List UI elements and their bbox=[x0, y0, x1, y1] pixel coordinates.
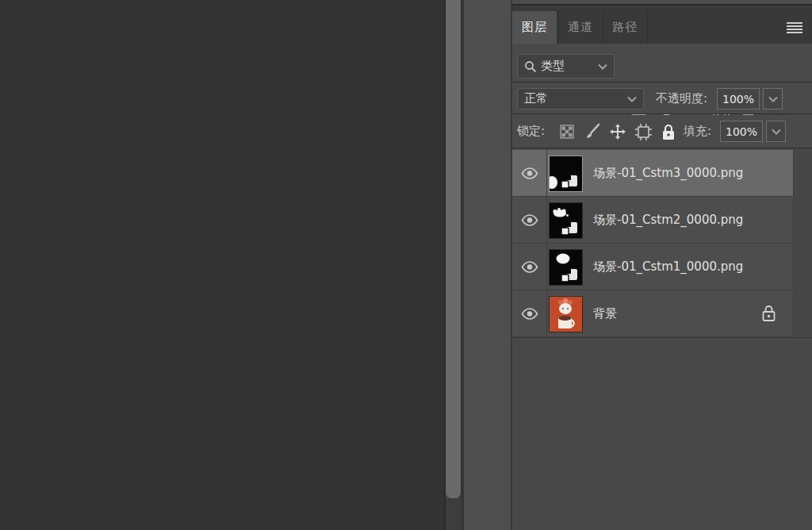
visibility-eye-icon[interactable] bbox=[519, 304, 541, 323]
filter-kind-select[interactable]: 类型 bbox=[517, 54, 615, 79]
chevron-down-icon bbox=[627, 96, 637, 102]
layers-list: 场景-01_Cstm3_0000.png bbox=[512, 148, 812, 337]
tab-channels[interactable]: 通道 bbox=[557, 11, 603, 44]
layer-thumbnail[interactable] bbox=[549, 249, 583, 286]
lock-artboard-icon[interactable] bbox=[634, 122, 653, 141]
chevron-down-icon bbox=[768, 96, 778, 102]
tab-layers[interactable]: 图层 bbox=[512, 11, 557, 44]
tab-paths[interactable]: 路径 bbox=[603, 11, 648, 44]
lock-all-icon[interactable] bbox=[659, 122, 678, 141]
blend-mode-select[interactable]: 正常 bbox=[517, 88, 644, 109]
lock-label: 锁定: bbox=[517, 124, 545, 139]
layer-name[interactable]: 场景-01_Cstm1_0000.png bbox=[593, 244, 743, 290]
blend-row: 正常 不透明度: 100% bbox=[512, 83, 812, 114]
opacity-dropdown-button[interactable] bbox=[763, 88, 783, 109]
layer-row-cstm3[interactable]: 场景-01_Cstm3_0000.png bbox=[512, 150, 793, 197]
filter-row: 类型 T bbox=[512, 44, 812, 83]
lock-transparency-icon[interactable] bbox=[557, 122, 576, 141]
panel-menu-icon[interactable] bbox=[787, 22, 802, 33]
eye-column-divider bbox=[546, 197, 547, 243]
eye-column-divider bbox=[546, 150, 547, 196]
chevron-down-icon bbox=[598, 63, 607, 70]
panel-tabbar: 图层 通道 路径 bbox=[512, 6, 812, 44]
visibility-eye-icon[interactable] bbox=[519, 257, 541, 276]
opacity-value-field[interactable]: 100% bbox=[717, 88, 760, 109]
lock-row: 锁定: bbox=[512, 115, 812, 148]
fill-value-field[interactable]: 100% bbox=[720, 121, 763, 142]
lock-pixels-brush-icon[interactable] bbox=[583, 122, 602, 141]
layer-thumbnail[interactable] bbox=[549, 156, 583, 192]
background-lock-icon bbox=[761, 305, 777, 322]
chevron-down-icon bbox=[772, 129, 781, 135]
document-canvas[interactable] bbox=[0, 0, 444, 530]
search-icon bbox=[524, 60, 537, 73]
layers-panel: 图层 通道 路径 类型 bbox=[512, 0, 812, 530]
blend-mode-value: 正常 bbox=[524, 91, 548, 106]
layer-name[interactable]: 背景 bbox=[593, 290, 617, 336]
layers-panel-empty-area bbox=[512, 337, 812, 530]
layer-thumbnail[interactable] bbox=[549, 202, 583, 239]
visibility-eye-icon[interactable] bbox=[519, 210, 541, 229]
eye-column-divider bbox=[546, 290, 547, 336]
eye-column-divider bbox=[546, 244, 547, 290]
fill-dropdown-button[interactable] bbox=[766, 121, 786, 142]
layer-name[interactable]: 场景-01_Cstm2_0000.png bbox=[593, 197, 743, 243]
vertical-scrollbar-track[interactable] bbox=[446, 0, 462, 530]
vertical-scrollbar-thumb[interactable] bbox=[446, 0, 462, 498]
visibility-eye-icon[interactable] bbox=[519, 163, 541, 182]
filter-kind-label: 类型 bbox=[541, 59, 565, 74]
layer-thumbnail[interactable] bbox=[549, 296, 583, 332]
layer-row-cstm1[interactable]: 场景-01_Cstm1_0000.png bbox=[512, 244, 793, 290]
layer-row-background[interactable]: 背景 bbox=[512, 290, 793, 337]
layer-name[interactable]: 场景-01_Cstm3_0000.png bbox=[593, 150, 743, 196]
application-background bbox=[462, 0, 511, 530]
opacity-label: 不透明度: bbox=[656, 91, 707, 106]
fill-label: 填充: bbox=[684, 124, 711, 139]
layer-row-cstm2[interactable]: 场景-01_Cstm2_0000.png bbox=[512, 197, 793, 244]
lock-position-icon[interactable] bbox=[608, 122, 627, 141]
